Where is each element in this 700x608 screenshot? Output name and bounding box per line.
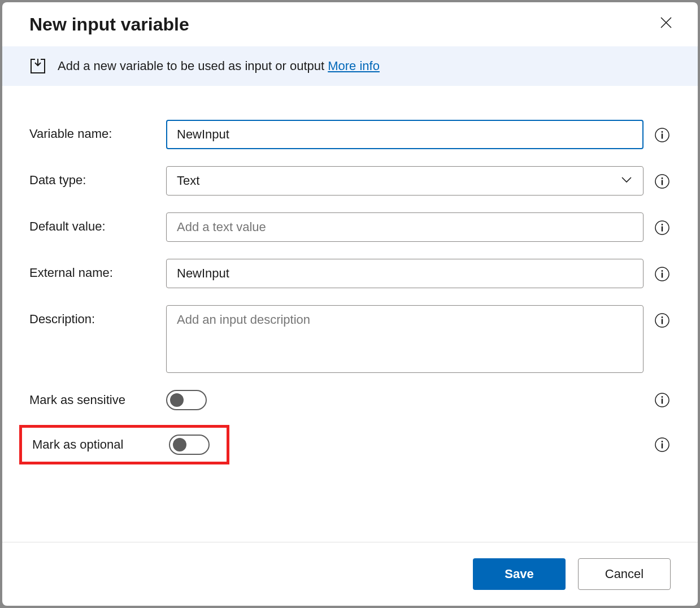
dialog-footer: Save Cancel (2, 542, 698, 606)
more-info-link[interactable]: More info (328, 59, 380, 73)
default-value-label: Default value: (29, 212, 166, 234)
external-name-info-icon[interactable] (654, 266, 671, 283)
form-body: Variable name: Data type: Text (2, 86, 698, 542)
save-button[interactable]: Save (473, 558, 566, 590)
close-button[interactable] (657, 14, 675, 35)
variable-name-input[interactable] (166, 120, 644, 149)
data-type-row: Data type: Text (29, 166, 671, 196)
default-value-row: Default value: (29, 212, 671, 242)
svg-rect-7 (662, 180, 663, 185)
dialog-header: New input variable (2, 2, 698, 46)
svg-rect-4 (662, 134, 663, 139)
svg-rect-10 (662, 227, 663, 232)
mark-optional-toggle[interactable] (169, 435, 210, 455)
toggle-knob (173, 438, 186, 451)
svg-point-15 (662, 316, 663, 318)
variable-name-label: Variable name: (29, 120, 166, 141)
description-label: Description: (29, 305, 166, 327)
mark-sensitive-row: Mark as sensitive (29, 390, 671, 410)
external-name-input[interactable] (166, 259, 644, 288)
toggle-knob (170, 393, 184, 407)
default-value-info-icon[interactable] (654, 219, 671, 236)
mark-optional-label: Mark as optional (32, 437, 169, 452)
mark-optional-row: Mark as optional (29, 425, 671, 464)
cancel-button[interactable]: Cancel (578, 558, 671, 590)
svg-rect-19 (662, 399, 663, 404)
svg-point-12 (662, 270, 663, 272)
svg-point-9 (662, 224, 663, 225)
mark-sensitive-info-icon[interactable] (654, 392, 671, 409)
description-row: Description: (29, 305, 671, 373)
svg-rect-22 (662, 444, 663, 449)
description-info-icon[interactable] (654, 312, 671, 329)
close-icon (660, 17, 672, 28)
data-type-label: Data type: (29, 166, 166, 188)
input-variable-icon (29, 58, 46, 75)
dialog-title: New input variable (29, 14, 189, 35)
external-name-label: External name: (29, 259, 166, 280)
external-name-row: External name: (29, 259, 671, 288)
info-banner: Add a new variable to be used as input o… (2, 46, 698, 86)
svg-point-6 (662, 177, 663, 179)
variable-name-info-icon[interactable] (654, 127, 671, 144)
svg-point-18 (662, 396, 663, 398)
svg-point-3 (662, 131, 663, 133)
description-textarea[interactable] (166, 305, 644, 373)
data-type-select[interactable]: Text (166, 166, 644, 196)
mark-sensitive-label: Mark as sensitive (29, 393, 166, 407)
new-input-variable-dialog: New input variable Add a new variable to… (2, 2, 698, 606)
data-type-info-icon[interactable] (654, 173, 671, 190)
variable-name-row: Variable name: (29, 120, 671, 149)
svg-point-21 (662, 441, 663, 442)
mark-optional-highlight: Mark as optional (19, 425, 229, 464)
svg-rect-13 (662, 273, 663, 278)
banner-text: Add a new variable to be used as input o… (58, 59, 380, 73)
default-value-input[interactable] (166, 212, 644, 242)
svg-rect-16 (662, 319, 663, 324)
mark-optional-info-icon[interactable] (654, 436, 671, 453)
mark-sensitive-toggle[interactable] (166, 390, 207, 410)
